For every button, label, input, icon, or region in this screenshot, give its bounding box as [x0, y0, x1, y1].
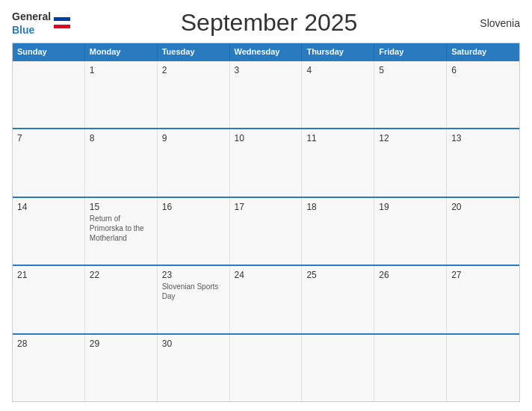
logo-general: General — [12, 10, 51, 22]
header-wednesday: Wednesday — [230, 43, 303, 60]
logo-blue: Blue — [12, 24, 34, 36]
cell-w1-sat: 6 — [447, 61, 519, 128]
week-row-4: 21 22 23 Slovenian Sports Day 24 25 26 2… — [13, 265, 519, 333]
cell-w2-tue: 9 — [158, 129, 230, 196]
cell-w5-fri — [374, 335, 447, 401]
page-header: General Blue September 2025 Slovenia — [12, 9, 520, 37]
calendar-header: Sunday Monday Tuesday Wednesday Thursday… — [13, 43, 519, 60]
cell-w4-tue: 23 Slovenian Sports Day — [158, 266, 230, 333]
cell-w4-mon: 22 — [85, 266, 158, 333]
cell-w2-mon: 8 — [85, 129, 158, 196]
country-label: Slovenia — [468, 17, 520, 29]
cell-w2-thu: 11 — [302, 129, 374, 196]
cell-w4-fri: 26 — [374, 266, 447, 333]
cell-w3-fri: 19 — [374, 198, 447, 265]
cell-w3-wed: 17 — [230, 198, 303, 265]
cell-w1-mon: 1 — [85, 61, 158, 128]
logo-text: General Blue — [12, 10, 51, 37]
cell-w1-wed: 3 — [230, 61, 303, 128]
cell-w5-wed — [230, 335, 303, 401]
header-tuesday: Tuesday — [158, 43, 230, 60]
cell-w2-sun: 7 — [13, 129, 85, 196]
header-friday: Friday — [374, 43, 447, 60]
calendar-grid: Sunday Monday Tuesday Wednesday Thursday… — [12, 43, 520, 402]
cell-w4-thu: 25 — [302, 266, 374, 333]
cell-w2-fri: 12 — [374, 129, 447, 196]
week-row-2: 7 8 9 10 11 12 13 — [13, 128, 519, 196]
cell-w4-wed: 24 — [230, 266, 303, 333]
logo-flag — [54, 17, 70, 29]
calendar-page: General Blue September 2025 Slovenia Sun… — [0, 0, 532, 411]
week-row-3: 14 15 Return of Primorska to the Motherl… — [13, 197, 519, 265]
calendar-title: September 2025 — [70, 9, 468, 37]
cell-w4-sun: 21 — [13, 266, 85, 333]
cell-w4-sat: 27 — [447, 266, 519, 333]
header-thursday: Thursday — [302, 43, 374, 60]
cell-w3-sat: 20 — [447, 198, 519, 265]
cell-w1-tue: 2 — [158, 61, 230, 128]
header-monday: Monday — [85, 43, 158, 60]
cell-w5-thu — [302, 335, 374, 401]
week-row-5: 28 29 30 — [13, 333, 519, 401]
cell-w2-wed: 10 — [230, 129, 303, 196]
cell-w5-sat — [447, 335, 519, 401]
week-row-1: 1 2 3 4 5 6 — [13, 60, 519, 128]
logo: General Blue — [12, 10, 70, 37]
cell-w3-sun: 14 — [13, 198, 85, 265]
cell-w3-thu: 18 — [302, 198, 374, 265]
cell-w1-thu: 4 — [302, 61, 374, 128]
cell-w5-mon: 29 — [85, 335, 158, 401]
cell-w3-mon: 15 Return of Primorska to the Motherland — [85, 198, 158, 265]
cell-w1-sun — [13, 61, 85, 128]
cell-w5-sun: 28 — [13, 335, 85, 401]
calendar-body: 1 2 3 4 5 6 7 8 9 10 11 12 13 14 15 — [13, 60, 519, 401]
header-saturday: Saturday — [447, 43, 519, 60]
cell-w2-sat: 13 — [447, 129, 519, 196]
cell-w1-fri: 5 — [374, 61, 447, 128]
header-sunday: Sunday — [13, 43, 85, 60]
cell-w3-tue: 16 — [158, 198, 230, 265]
cell-w5-tue: 30 — [158, 335, 230, 401]
